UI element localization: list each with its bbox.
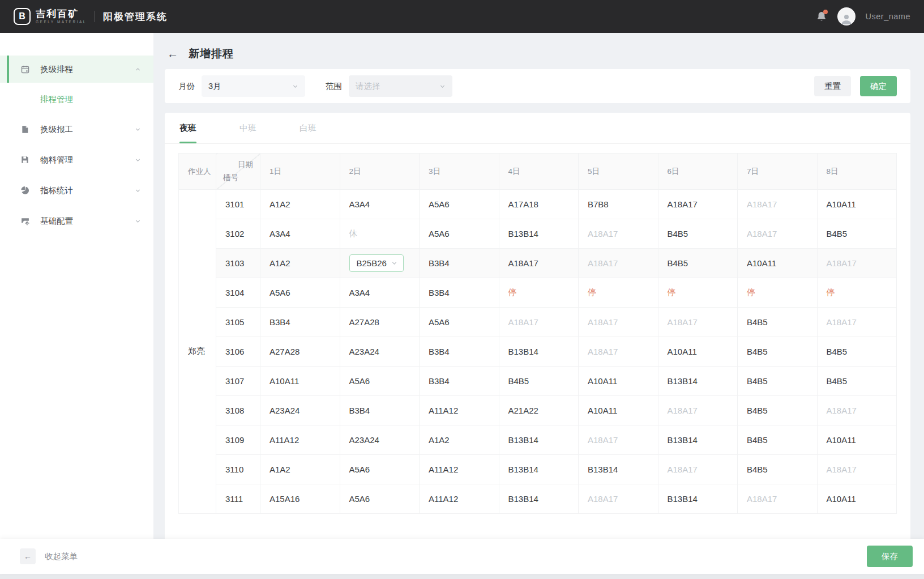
- schedule-cell[interactable]: A3A4: [260, 219, 340, 249]
- schedule-cell[interactable]: A11A12: [420, 455, 499, 484]
- schedule-cell[interactable]: A1A2: [260, 455, 340, 484]
- schedule-cell[interactable]: A18A17: [817, 308, 897, 337]
- schedule-cell[interactable]: A21A22: [499, 396, 579, 425]
- schedule-cell[interactable]: A18A17: [738, 484, 818, 514]
- sidebar-item-base-config[interactable]: 基础配置: [0, 207, 153, 235]
- schedule-cell[interactable]: 停: [499, 278, 579, 308]
- schedule-cell[interactable]: A18A17: [579, 308, 658, 337]
- schedule-cell[interactable]: A18A17: [658, 190, 738, 219]
- schedule-cell[interactable]: A5A6: [420, 219, 499, 249]
- schedule-cell[interactable]: A10A11: [260, 367, 340, 396]
- schedule-cell[interactable]: B13B14: [499, 337, 579, 367]
- schedule-cell[interactable]: A5A6: [340, 455, 420, 484]
- schedule-cell[interactable]: A5A6: [420, 308, 499, 337]
- schedule-cell[interactable]: A10A11: [658, 337, 738, 367]
- schedule-cell[interactable]: B7B8: [579, 190, 658, 219]
- schedule-cell[interactable]: A17A18: [499, 190, 579, 219]
- schedule-cell[interactable]: A11A12: [420, 396, 499, 425]
- schedule-cell[interactable]: B13B14: [499, 425, 579, 455]
- sidebar-item-work-report[interactable]: 换级报工: [0, 116, 153, 143]
- range-select[interactable]: 请选择: [349, 75, 452, 97]
- schedule-cell[interactable]: B13B14: [658, 484, 738, 514]
- notification-bell-icon[interactable]: [816, 11, 827, 22]
- schedule-cell[interactable]: B4B5: [817, 367, 897, 396]
- schedule-cell[interactable]: A10A11: [738, 249, 818, 278]
- schedule-cell[interactable]: A27A28: [260, 337, 340, 367]
- schedule-cell[interactable]: A5A6: [340, 484, 420, 514]
- schedule-cell[interactable]: A11A12: [260, 425, 340, 455]
- tab-day-shift[interactable]: 白班: [300, 113, 316, 143]
- schedule-cell[interactable]: A15A16: [260, 484, 340, 514]
- sidebar-subitem-schedule-management[interactable]: 排程管理: [0, 86, 153, 112]
- user-avatar[interactable]: [837, 7, 855, 25]
- schedule-cell[interactable]: A18A17: [579, 337, 658, 367]
- schedule-cell[interactable]: A3A4: [340, 190, 420, 219]
- schedule-cell[interactable]: B4B5: [658, 249, 738, 278]
- schedule-cell[interactable]: A10A11: [579, 367, 658, 396]
- schedule-cell[interactable]: A11A12: [420, 484, 499, 514]
- schedule-cell[interactable]: A10A11: [817, 190, 897, 219]
- schedule-cell[interactable]: B4B5: [817, 219, 897, 249]
- schedule-cell[interactable]: A23A24: [340, 337, 420, 367]
- schedule-cell[interactable]: A10A11: [579, 396, 658, 425]
- schedule-cell[interactable]: B4B5: [738, 396, 818, 425]
- schedule-cell-select[interactable]: B25B26: [349, 254, 404, 272]
- schedule-cell[interactable]: A18A17: [738, 219, 818, 249]
- schedule-cell[interactable]: B13B14: [499, 484, 579, 514]
- sidebar-item-schedule[interactable]: 换级排程: [0, 56, 153, 83]
- schedule-cell[interactable]: A27A28: [340, 308, 420, 337]
- schedule-cell[interactable]: A18A17: [579, 425, 658, 455]
- schedule-cell[interactable]: B4B5: [738, 455, 818, 484]
- confirm-button[interactable]: 确定: [860, 76, 897, 96]
- schedule-cell[interactable]: B4B5: [738, 337, 818, 367]
- schedule-cell[interactable]: A23A24: [260, 396, 340, 425]
- tab-middle-shift[interactable]: 中班: [239, 113, 256, 143]
- schedule-cell[interactable]: A5A6: [340, 367, 420, 396]
- schedule-cell[interactable]: A18A17: [817, 455, 897, 484]
- schedule-cell[interactable]: A18A17: [738, 190, 818, 219]
- schedule-cell[interactable]: A23A24: [340, 425, 420, 455]
- schedule-cell[interactable]: 休: [340, 219, 420, 249]
- schedule-cell[interactable]: 停: [738, 278, 818, 308]
- schedule-cell[interactable]: A18A17: [499, 308, 579, 337]
- schedule-cell[interactable]: A5A6: [260, 278, 340, 308]
- schedule-cell[interactable]: B3B4: [340, 396, 420, 425]
- schedule-cell[interactable]: B13B14: [658, 367, 738, 396]
- schedule-cell[interactable]: B4B5: [738, 308, 818, 337]
- schedule-cell[interactable]: A1A2: [420, 425, 499, 455]
- schedule-cell[interactable]: A18A17: [579, 219, 658, 249]
- schedule-cell[interactable]: A10A11: [817, 425, 897, 455]
- schedule-cell[interactable]: 停: [579, 278, 658, 308]
- schedule-cell[interactable]: A10A11: [817, 484, 897, 514]
- collapse-menu-button[interactable]: ←: [20, 548, 36, 564]
- sidebar-item-statistics[interactable]: 指标统计: [0, 177, 153, 204]
- schedule-cell[interactable]: A18A17: [579, 484, 658, 514]
- schedule-cell[interactable]: B4B5: [499, 367, 579, 396]
- schedule-cell[interactable]: A18A17: [658, 308, 738, 337]
- schedule-cell[interactable]: B13B14: [658, 425, 738, 455]
- schedule-cell[interactable]: B3B4: [420, 278, 499, 308]
- month-select[interactable]: 3月: [202, 75, 305, 97]
- schedule-cell[interactable]: B3B4: [420, 337, 499, 367]
- schedule-cell[interactable]: A18A17: [817, 396, 897, 425]
- schedule-cell[interactable]: A18A17: [817, 249, 897, 278]
- schedule-cell[interactable]: A18A17: [499, 249, 579, 278]
- schedule-cell[interactable]: B4B5: [658, 219, 738, 249]
- schedule-cell[interactable]: A1A2: [260, 190, 340, 219]
- back-arrow-icon[interactable]: ←: [167, 48, 178, 59]
- schedule-cell[interactable]: 停: [658, 278, 738, 308]
- sidebar-item-material[interactable]: 物料管理: [0, 146, 153, 173]
- schedule-cell[interactable]: A18A17: [658, 455, 738, 484]
- reset-button[interactable]: 重置: [814, 76, 851, 96]
- schedule-cell[interactable]: B3B4: [260, 308, 340, 337]
- schedule-cell[interactable]: B13B14: [579, 455, 658, 484]
- schedule-cell[interactable]: A18A17: [658, 396, 738, 425]
- schedule-cell[interactable]: 停: [817, 278, 897, 308]
- schedule-cell[interactable]: B4B5: [738, 367, 818, 396]
- schedule-cell[interactable]: B3B4: [420, 249, 499, 278]
- schedule-cell[interactable]: B13B14: [499, 219, 579, 249]
- schedule-cell[interactable]: A3A4: [340, 278, 420, 308]
- schedule-cell[interactable]: B4B5: [817, 337, 897, 367]
- schedule-cell[interactable]: A18A17: [579, 249, 658, 278]
- schedule-cell[interactable]: B3B4: [420, 367, 499, 396]
